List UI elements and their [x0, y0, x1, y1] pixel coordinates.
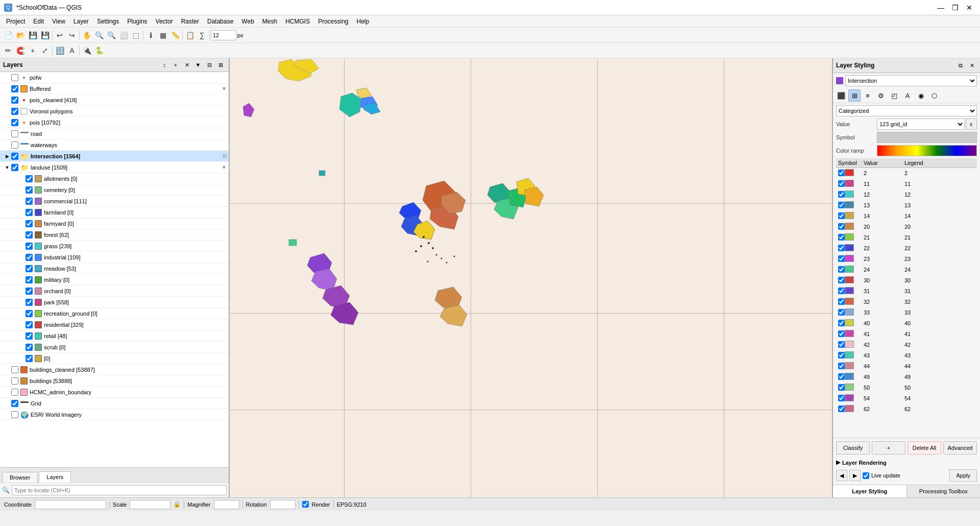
- layer-item-orchard[interactable]: orchard [0]: [0, 285, 229, 297]
- mask-btn[interactable]: ◉: [915, 89, 927, 102]
- layer-checkbox-buffered[interactable]: [11, 85, 18, 92]
- category-checkbox[interactable]: [838, 341, 845, 348]
- styling-close-btn[interactable]: ✕: [967, 60, 977, 70]
- menu-item-database[interactable]: Database: [203, 17, 237, 26]
- layers-open-layer-btn[interactable]: ↕: [159, 60, 169, 70]
- table-row[interactable]: 2323: [836, 254, 977, 265]
- layer-item-meadow[interactable]: meadow [53]: [0, 263, 229, 274]
- value-expression-btn[interactable]: ε: [966, 118, 977, 130]
- menu-item-processing[interactable]: Processing: [314, 17, 352, 26]
- redo-button[interactable]: ↪: [66, 29, 78, 41]
- layer-checkbox-voronoi[interactable]: [11, 108, 18, 115]
- digitize-btn[interactable]: ✏: [2, 44, 14, 57]
- category-checkbox[interactable]: [838, 255, 845, 262]
- layer-item-farmland[interactable]: farmland [0]: [0, 207, 229, 218]
- undo-button[interactable]: ↩: [54, 29, 66, 41]
- layers-expand-btn[interactable]: ⊞: [215, 60, 226, 70]
- menu-item-mesh[interactable]: Mesh: [258, 17, 281, 26]
- layer-item-forest[interactable]: forest [62]: [0, 229, 229, 241]
- classify-button[interactable]: Classify: [836, 441, 870, 455]
- move-feature-btn[interactable]: ⤢: [39, 44, 51, 57]
- identify-button[interactable]: ℹ: [144, 29, 157, 41]
- 2.5d-btn[interactable]: ◰: [888, 89, 900, 102]
- layer-checkbox-industrial[interactable]: [26, 254, 33, 261]
- category-checkbox[interactable]: [838, 309, 845, 316]
- table-row[interactable]: 6262: [836, 404, 977, 415]
- category-checkbox[interactable]: [838, 191, 845, 198]
- table-row[interactable]: 1111: [836, 179, 977, 189]
- layer-item-scrub[interactable]: scrub [0]: [0, 342, 229, 353]
- layer-checkbox-park[interactable]: [26, 299, 33, 306]
- layer-checkbox-orchard[interactable]: [26, 288, 33, 295]
- category-checkbox[interactable]: [838, 245, 845, 251]
- layer-item-allotments[interactable]: allotments [0]: [0, 173, 229, 184]
- menu-item-vector[interactable]: Vector: [152, 17, 177, 26]
- layer-checkbox-scrub[interactable]: [26, 344, 33, 351]
- layer-checkbox-empty[interactable]: [26, 355, 33, 362]
- layer-checkbox-commercial[interactable]: [26, 198, 33, 205]
- table-row[interactable]: 3030: [836, 275, 977, 286]
- layer-item-retail[interactable]: retail [48]: [0, 330, 229, 342]
- category-checkbox[interactable]: [838, 320, 845, 326]
- col-symbol[interactable]: Symbol: [836, 158, 862, 168]
- col-legend[interactable]: Legend: [902, 158, 977, 168]
- save-button[interactable]: 💾: [27, 29, 39, 41]
- layer-checkbox-pois[interactable]: [11, 119, 18, 126]
- layer-checkbox-recreation_ground[interactable]: [26, 310, 33, 317]
- layer-checkbox-residential[interactable]: [26, 321, 33, 328]
- category-checkbox[interactable]: [838, 395, 845, 401]
- table-row[interactable]: 1414: [836, 211, 977, 222]
- table-row[interactable]: 3333: [836, 307, 977, 318]
- table-row[interactable]: 4040: [836, 318, 977, 329]
- select-button[interactable]: ▦: [157, 29, 169, 41]
- category-checkbox[interactable]: [838, 373, 845, 380]
- table-row[interactable]: 2222: [836, 243, 977, 254]
- single-symbol-btn[interactable]: ⬛: [835, 89, 847, 102]
- categorized-btn[interactable]: ⊞: [848, 89, 861, 102]
- menu-item-hcmgis[interactable]: HCMGIS: [281, 17, 314, 26]
- category-checkbox[interactable]: [838, 266, 845, 273]
- layer-item-landuse_group[interactable]: ▼📁landuse [1509]▼: [0, 162, 229, 173]
- rotation-input[interactable]: 0.0 °: [270, 500, 296, 509]
- layer-item-pofw[interactable]: ●pofw: [0, 72, 229, 83]
- menu-item-web[interactable]: Web: [237, 17, 258, 26]
- layer-checkbox-farmland[interactable]: [26, 209, 33, 216]
- zoom-out-button[interactable]: 🔍: [105, 29, 117, 41]
- menu-item-raster[interactable]: Raster: [177, 17, 203, 26]
- category-checkbox[interactable]: [838, 384, 845, 391]
- label-btn[interactable]: A: [66, 44, 78, 57]
- layer-checkbox-hcmc_admin[interactable]: [11, 389, 18, 396]
- menu-item-edit[interactable]: Edit: [29, 17, 48, 26]
- table-row[interactable]: 1313: [836, 200, 977, 211]
- minimize-button[interactable]: —: [934, 3, 947, 13]
- category-checkbox[interactable]: [838, 170, 845, 176]
- magnifier-input[interactable]: 100%: [214, 500, 239, 509]
- layer-item-road[interactable]: road: [0, 128, 229, 139]
- maximize-button[interactable]: ❐: [948, 3, 962, 13]
- search-input[interactable]: [12, 485, 227, 495]
- layer-item-pois_cleaned[interactable]: ●pois_cleaned [418]: [0, 94, 229, 106]
- snap-btn[interactable]: 🧲: [14, 44, 27, 57]
- table-row[interactable]: 4343: [836, 350, 977, 361]
- layer-name-select[interactable]: Intersection: [845, 75, 977, 86]
- layer-item-grid[interactable]: Grid: [0, 398, 229, 409]
- styling-dock-btn[interactable]: ⧉: [955, 60, 966, 70]
- layer-checkbox-forest[interactable]: [26, 231, 33, 238]
- category-checkbox[interactable]: [838, 212, 845, 219]
- layer-checkbox-retail[interactable]: [26, 332, 33, 340]
- attribute-table-button[interactable]: 📋: [184, 29, 196, 41]
- table-row[interactable]: 5050: [836, 382, 977, 393]
- advanced-button[interactable]: Advanced: [943, 441, 977, 455]
- tab-browser[interactable]: Browser: [2, 472, 38, 483]
- value-select[interactable]: 123 grid_id: [877, 118, 965, 130]
- layer-checkbox-cemetery[interactable]: [26, 186, 33, 194]
- layer-checkbox-intersection[interactable]: [11, 153, 18, 160]
- field-calculator-btn[interactable]: 🔢: [54, 44, 66, 57]
- layers-remove-btn[interactable]: ✕: [182, 60, 192, 70]
- category-checkbox[interactable]: [838, 298, 845, 305]
- open-button[interactable]: 📂: [14, 29, 27, 41]
- table-row[interactable]: 4949: [836, 372, 977, 382]
- layer-item-hcmc_admin[interactable]: HCMC_admin_boundary: [0, 387, 229, 398]
- menu-item-settings[interactable]: Settings: [93, 17, 123, 26]
- coordinate-input[interactable]: 585718,1181519: [35, 500, 106, 509]
